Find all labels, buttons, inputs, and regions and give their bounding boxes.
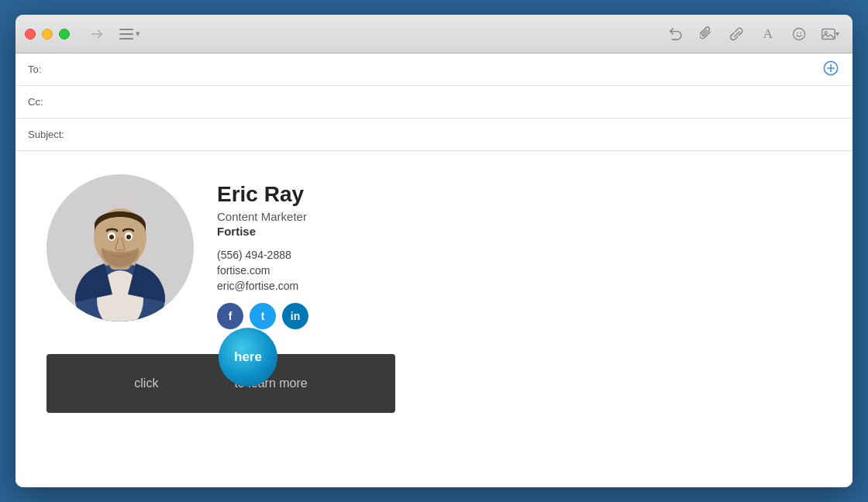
subject-field-row: Subject:: [16, 119, 852, 151]
email-fields: To: Cc: Subject:: [16, 53, 852, 151]
subject-input[interactable]: [78, 129, 840, 140]
signature-company: Fortise: [217, 225, 308, 238]
signature-phone: (556) 494-2888: [217, 249, 308, 261]
minimize-button[interactable]: [42, 29, 53, 40]
svg-rect-2: [119, 38, 133, 40]
svg-rect-1: [119, 33, 133, 35]
cc-input[interactable]: [78, 96, 840, 108]
add-recipient-button[interactable]: [822, 59, 840, 80]
signature-name: Eric Ray: [217, 182, 308, 207]
cta-content: click to learn more: [134, 376, 307, 390]
toolbar-left: ▾: [85, 24, 145, 44]
social-icons: f t in: [217, 303, 308, 329]
email-signature: Eric Ray Content Marketer Fortise (556) …: [46, 174, 450, 413]
signature-email: eric@fortise.com: [217, 280, 308, 292]
svg-rect-0: [119, 29, 133, 30]
link-button[interactable]: [724, 21, 750, 47]
email-window: ▾ A: [16, 15, 852, 487]
cta-here-text: here: [234, 349, 262, 365]
cc-label: Cc:: [28, 96, 78, 108]
photo-button[interactable]: ▾: [817, 21, 843, 47]
attachment-button[interactable]: [693, 21, 719, 47]
maximize-button[interactable]: [59, 29, 70, 40]
facebook-button[interactable]: f: [217, 303, 243, 329]
to-input[interactable]: [78, 64, 822, 75]
toolbar-right: A ▾: [662, 21, 843, 47]
cta-circle: here: [219, 328, 277, 387]
send-button[interactable]: [85, 24, 108, 44]
avatar: [46, 174, 194, 321]
svg-point-19: [109, 235, 114, 239]
emoji-button[interactable]: [786, 21, 812, 47]
font-button[interactable]: A: [755, 21, 781, 47]
cta-click-text: click: [134, 376, 158, 390]
svg-point-5: [797, 32, 798, 33]
undo-button[interactable]: [662, 21, 688, 47]
svg-point-4: [794, 28, 805, 40]
email-body[interactable]: Eric Ray Content Marketer Fortise (556) …: [16, 151, 852, 487]
titlebar: ▾ A: [16, 15, 852, 53]
list-button[interactable]: ▾: [115, 26, 145, 43]
linkedin-button[interactable]: in: [282, 303, 308, 329]
subject-label: Subject:: [28, 129, 78, 140]
svg-point-20: [126, 235, 131, 239]
font-icon: A: [763, 26, 773, 42]
cc-field-row: Cc:: [16, 86, 852, 119]
svg-point-6: [800, 32, 801, 33]
signature-top: Eric Ray Content Marketer Fortise (556) …: [46, 174, 450, 329]
cta-banner-container: here click to learn more: [46, 342, 450, 413]
to-field-row: To:: [16, 53, 852, 86]
signature-info: Eric Ray Content Marketer Fortise (556) …: [217, 174, 308, 329]
signature-website: fortise.com: [217, 264, 308, 277]
to-label: To:: [28, 64, 78, 75]
signature-title: Content Marketer: [217, 210, 308, 223]
svg-rect-7: [822, 29, 834, 39]
traffic-lights: [25, 29, 70, 40]
twitter-button[interactable]: t: [250, 303, 276, 329]
close-button[interactable]: [25, 29, 36, 40]
